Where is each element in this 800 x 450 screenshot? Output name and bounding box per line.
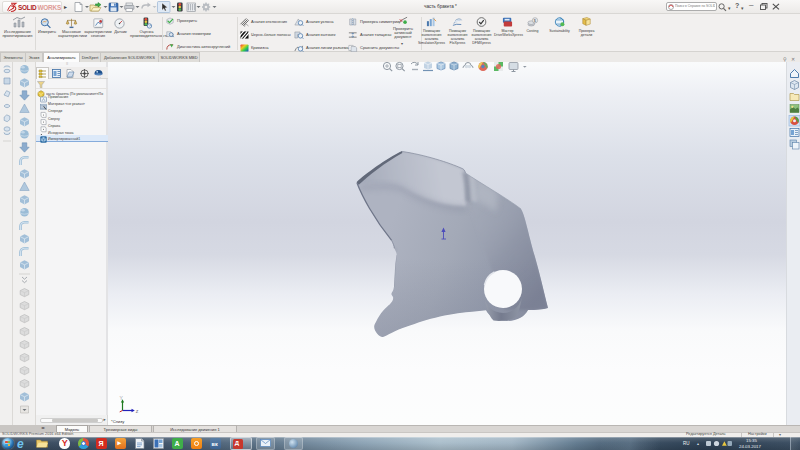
svg-text:Y: Y (119, 394, 123, 400)
svg-text:SOLID: SOLID (18, 4, 37, 11)
svg-text:Z: Z (136, 408, 139, 413)
svg-text:WORKS: WORKS (38, 4, 62, 11)
